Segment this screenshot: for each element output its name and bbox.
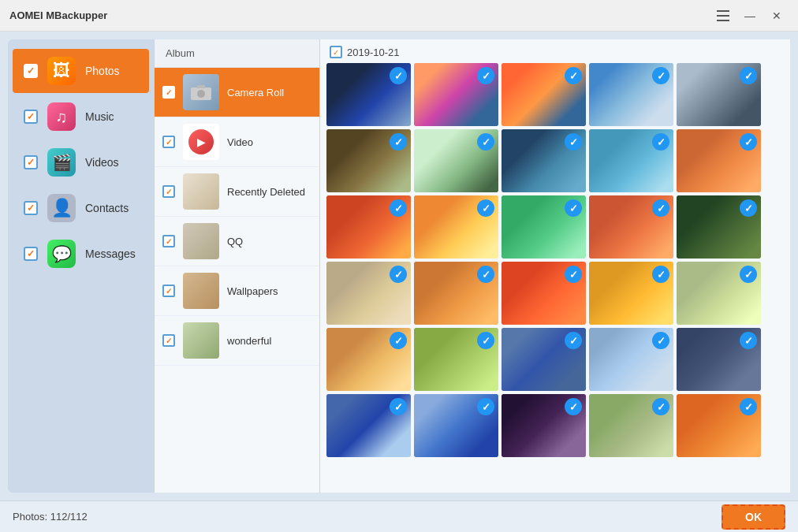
- sidebar-item-videos[interactable]: 🎬 Videos: [13, 140, 149, 184]
- photo-check-badge: ✓: [565, 67, 582, 84]
- photo-cell[interactable]: ✓: [589, 129, 673, 192]
- close-btn[interactable]: ✕: [765, 4, 789, 28]
- photo-cell[interactable]: ✓: [589, 195, 673, 259]
- album-item-qq[interactable]: QQ: [155, 217, 319, 266]
- svg-point-4: [197, 90, 205, 98]
- photo-check-badge: ✓: [477, 398, 494, 415]
- album-item-video[interactable]: ▶ Video: [155, 117, 319, 167]
- photo-cell[interactable]: ✓: [414, 394, 498, 457]
- contacts-label: Contacts: [85, 202, 129, 214]
- photo-check-badge: ✓: [390, 199, 407, 217]
- photo-check-badge: ✓: [477, 332, 494, 349]
- svg-rect-1: [717, 15, 729, 17]
- photo-cell[interactable]: ✓: [677, 262, 761, 325]
- album-item-recently-deleted[interactable]: Recently Deleted: [155, 167, 319, 217]
- music-label: Music: [85, 110, 114, 123]
- photo-cell[interactable]: ✓: [502, 63, 586, 126]
- photo-cell[interactable]: ✓: [677, 129, 761, 192]
- ok-button[interactable]: OK: [722, 504, 785, 530]
- photo-check-badge: ✓: [565, 398, 582, 415]
- video-label: Video: [227, 136, 253, 148]
- photo-check-badge: ✓: [477, 67, 494, 84]
- music-check: [24, 110, 38, 124]
- messages-check: [24, 247, 38, 261]
- photo-cell[interactable]: ✓: [677, 328, 761, 391]
- photo-cell[interactable]: ✓: [677, 195, 761, 259]
- photo-check-badge: ✓: [740, 67, 757, 84]
- minimize-btn[interactable]: —: [738, 4, 762, 28]
- photo-check-badge: ✓: [390, 332, 407, 349]
- album-item-camera-roll[interactable]: Camera Roll: [155, 68, 319, 117]
- photo-cell[interactable]: ✓: [414, 129, 498, 192]
- contacts-icon: 👤: [47, 194, 76, 222]
- wallpapers-label: Wallpapers: [227, 285, 278, 297]
- svg-rect-2: [717, 20, 729, 21]
- photo-cell[interactable]: ✓: [502, 328, 586, 391]
- photo-cell[interactable]: ✓: [326, 262, 411, 325]
- photo-check-badge: ✓: [390, 398, 407, 415]
- photo-cell[interactable]: ✓: [589, 328, 673, 391]
- photo-check-badge: ✓: [652, 133, 669, 151]
- photo-cell[interactable]: ✓: [326, 63, 411, 126]
- album-panel: Album Camera Roll ▶ Video Recently Delet…: [154, 39, 319, 493]
- photo-row-3: ✓ ✓ ✓ ✓ ✓: [326, 195, 784, 259]
- photo-cell[interactable]: ✓: [677, 63, 761, 126]
- photo-check-badge: ✓: [565, 133, 582, 151]
- recently-deleted-thumb: [183, 173, 219, 210]
- camera-roll-label: Camera Roll: [227, 87, 284, 99]
- videos-check: [24, 155, 38, 169]
- photo-cell[interactable]: ✓: [502, 394, 586, 457]
- photo-cell[interactable]: ✓: [414, 328, 498, 391]
- photo-cell[interactable]: ✓: [589, 262, 673, 325]
- photo-cell[interactable]: ✓: [326, 195, 411, 259]
- photo-check-badge: ✓: [477, 266, 494, 283]
- photo-cell[interactable]: ✓: [589, 394, 673, 457]
- photo-cell[interactable]: ✓: [677, 394, 761, 457]
- photo-check-badge: ✓: [740, 133, 757, 151]
- photo-cell[interactable]: ✓: [414, 195, 498, 259]
- sidebar-item-contacts[interactable]: 👤 Contacts: [13, 186, 149, 230]
- photo-check-badge: ✓: [740, 332, 757, 349]
- photo-cell[interactable]: ✓: [502, 195, 586, 259]
- wonderful-thumb: [183, 322, 219, 359]
- wonderful-label: wonderful: [227, 335, 271, 347]
- photo-check-badge: ✓: [652, 199, 669, 217]
- photo-check-badge: ✓: [390, 266, 407, 283]
- sidebar-item-photos[interactable]: 🖼 Photos: [13, 49, 149, 93]
- sidebar: 🖼 Photos ♫ Music 🎬 Videos 👤 Contacts 💬 M…: [8, 39, 154, 493]
- album-item-wonderful[interactable]: wonderful: [155, 316, 319, 366]
- app-title: AOMEI MBackupper: [9, 9, 711, 21]
- photo-check-badge: ✓: [740, 199, 757, 217]
- photo-cell[interactable]: ✓: [414, 63, 498, 126]
- sidebar-item-messages[interactable]: 💬 Messages: [13, 232, 149, 276]
- photo-check-badge: ✓: [565, 332, 582, 349]
- photo-check-badge: ✓: [390, 67, 407, 84]
- videos-label: Videos: [85, 156, 119, 169]
- qq-check: [162, 235, 175, 247]
- photo-check-badge: ✓: [740, 398, 757, 415]
- photos-icon: 🖼: [47, 57, 76, 85]
- photo-cell[interactable]: ✓: [502, 262, 586, 325]
- photo-cell[interactable]: ✓: [589, 63, 673, 126]
- photo-cell[interactable]: ✓: [502, 129, 586, 192]
- album-header: Album: [155, 39, 319, 68]
- photo-check-badge: ✓: [652, 67, 669, 84]
- photo-cell[interactable]: ✓: [326, 328, 411, 391]
- photos-check: [24, 64, 38, 78]
- camera-roll-check: [162, 86, 175, 99]
- main-container: 🖼 Photos ♫ Music 🎬 Videos 👤 Contacts 💬 M…: [0, 32, 798, 500]
- music-icon: ♫: [47, 102, 76, 131]
- contacts-check: [24, 201, 38, 215]
- photo-cell[interactable]: ✓: [326, 129, 411, 192]
- photo-cell[interactable]: ✓: [326, 394, 411, 457]
- sidebar-item-music[interactable]: ♫ Music: [13, 95, 149, 139]
- date-check: [330, 46, 342, 58]
- photos-label: Photos: [85, 65, 120, 77]
- photo-row-6: ✓ ✓ ✓ ✓ ✓: [326, 394, 784, 457]
- album-item-wallpapers[interactable]: Wallpapers: [155, 266, 319, 316]
- photo-cell[interactable]: ✓: [414, 262, 498, 325]
- wallpapers-check: [162, 285, 175, 297]
- menu-btn[interactable]: [711, 4, 735, 28]
- recently-deleted-check: [162, 185, 175, 198]
- titlebar: AOMEI MBackupper — ✕: [0, 0, 798, 32]
